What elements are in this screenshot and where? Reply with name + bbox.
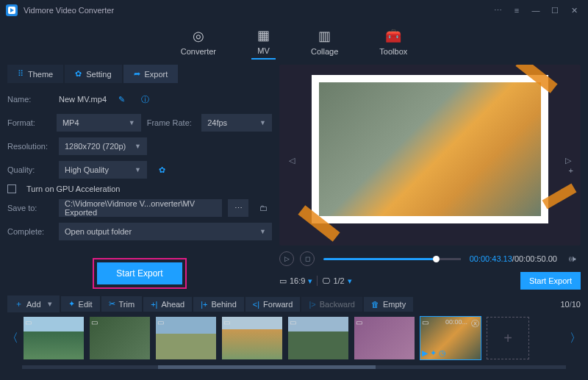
close-button[interactable]: ✕: [566, 2, 582, 18]
export-icon: ➦: [134, 69, 140, 79]
start-export-side-button[interactable]: Start Export: [520, 272, 581, 290]
start-export-button[interactable]: Start Export: [97, 262, 182, 284]
image-icon: ▭: [223, 318, 230, 326]
forward-button[interactable]: <|Forward: [245, 297, 301, 312]
tab-converter[interactable]: ◎ Converter: [175, 25, 222, 59]
counter-total: 10: [572, 300, 581, 309]
thumb-play-icon[interactable]: ▶: [422, 348, 428, 358]
clip-thumbnail-selected[interactable]: ▭ ⓧ 00:00... ▶✦◷: [420, 317, 481, 359]
image-icon: ▭: [356, 318, 362, 326]
thumb-prev-button[interactable]: 〈: [7, 331, 18, 346]
quality-settings-icon[interactable]: ✿: [153, 161, 171, 179]
gpu-checkbox[interactable]: [7, 184, 16, 193]
caret-icon: ▾: [348, 276, 352, 286]
preview-panel: ◁ ▷ + ▷ ◻ 00:00:43.13/00:00:50.00 🕪 ▭16:…: [279, 63, 588, 291]
time-display: 00:00:43.13/00:00:50.00: [470, 254, 557, 263]
app-title: Vidmore Video Converter: [24, 6, 487, 15]
wand-icon: ✦: [68, 299, 75, 309]
subtab-setting[interactable]: ✿Setting: [65, 65, 121, 83]
tab-toolbox[interactable]: 🧰 Toolbox: [373, 25, 413, 59]
quality-value: High Quality: [65, 165, 109, 174]
thumb-next-button[interactable]: 〉: [570, 331, 581, 346]
tab-collage[interactable]: ▥ Collage: [305, 25, 344, 59]
complete-label: Complete:: [7, 227, 53, 236]
quality-label: Quality:: [7, 165, 53, 174]
aspect-value: 16:9: [290, 276, 305, 285]
thumb-scrollbar[interactable]: [22, 365, 566, 369]
saveto-field[interactable]: C:\Vidmore\Vidmore V...onverter\MV Expor…: [59, 199, 222, 217]
menu-icon[interactable]: ≡: [509, 2, 525, 18]
clip-thumbnail[interactable]: ▭: [222, 317, 282, 359]
minimize-button[interactable]: —: [528, 2, 544, 18]
subtab-label: Theme: [28, 70, 53, 79]
preview-prev-button[interactable]: ◁: [287, 155, 297, 165]
play-button[interactable]: ▷: [279, 251, 294, 266]
clip-thumbnail[interactable]: ▭: [24, 317, 84, 359]
open-folder-icon[interactable]: 🗀: [254, 199, 272, 217]
clip-counter: 10/10: [560, 300, 581, 309]
gpu-label: Turn on GPU Acceleration: [26, 184, 120, 193]
add-clip-placeholder[interactable]: +: [487, 317, 529, 359]
add-button[interactable]: ＋Add▾: [7, 295, 60, 312]
framerate-select[interactable]: 24fps▼: [201, 114, 272, 132]
thumb-edit-icon[interactable]: ✦: [430, 348, 437, 358]
seek-thumb[interactable]: [433, 256, 440, 262]
preview-next-button[interactable]: ▷: [563, 155, 573, 165]
empty-button[interactable]: 🗑Empty: [364, 297, 413, 312]
collage-icon: ▥: [318, 28, 331, 44]
thumb-time: 00:00...: [445, 318, 467, 326]
ahead-icon: +|: [151, 300, 157, 309]
row-name: Name: New MV.mp4 ✎ ⓘ: [7, 90, 272, 108]
complete-value: Open output folder: [65, 227, 132, 236]
thumb-time-icon[interactable]: ◷: [439, 348, 446, 358]
maximize-button[interactable]: ☐: [547, 2, 563, 18]
format-value: MP4: [62, 118, 79, 127]
quality-select[interactable]: High Quality▼: [59, 161, 147, 179]
screen-icon: 🖵: [322, 276, 330, 285]
stop-button[interactable]: ◻: [300, 251, 315, 266]
clip-thumbnail[interactable]: ▭: [156, 317, 216, 359]
btn-label: Backward: [320, 300, 355, 309]
saveto-label: Save to:: [7, 204, 53, 212]
preview-add-button[interactable]: +: [569, 166, 573, 175]
ahead-button[interactable]: +|Ahead: [143, 297, 192, 312]
zoom-select[interactable]: 🖵1/2▾: [322, 276, 351, 286]
edit-name-icon[interactable]: ✎: [112, 90, 130, 108]
feedback-icon[interactable]: ⋯: [490, 2, 506, 18]
behind-button[interactable]: |+Behind: [193, 297, 244, 312]
image-icon: ▭: [25, 318, 32, 326]
toolbox-icon: 🧰: [385, 28, 401, 44]
clip-thumbnail[interactable]: ▭: [354, 317, 415, 359]
gpu-row[interactable]: Turn on GPU Acceleration: [7, 184, 272, 193]
format-select[interactable]: MP4▼: [57, 114, 141, 132]
start-export-highlight: Start Export: [93, 258, 186, 289]
preview-frame: [312, 75, 548, 223]
subtab-export[interactable]: ➦Export: [123, 65, 179, 83]
tab-mv[interactable]: ▦ MV: [251, 24, 276, 60]
aspect-icon: ▭: [279, 276, 287, 286]
scrollbar-thumb[interactable]: [158, 365, 376, 369]
edit-button[interactable]: ✦Edit: [61, 296, 100, 312]
info-icon[interactable]: ⓘ: [136, 90, 154, 108]
clip-thumbnail[interactable]: ▭: [90, 317, 150, 359]
aspect-ratio-select[interactable]: ▭16:9▾: [279, 276, 312, 286]
clip-toolbar: ＋Add▾ ✦Edit ✂Trim +|Ahead |+Behind <|For…: [0, 291, 588, 317]
backward-button[interactable]: |>Backward: [301, 297, 362, 312]
complete-select[interactable]: Open output folder▼: [59, 223, 272, 240]
caret-icon: ▼: [129, 119, 135, 126]
trash-icon: 🗑: [371, 300, 379, 309]
zoom-value: 1/2: [333, 276, 344, 285]
volume-icon[interactable]: 🕪: [563, 250, 581, 268]
thumbnail-strip: 〈 ▭ ▭ ▭ ▭ ▭ ▭ ▭ ⓧ 00:00... ▶✦◷ + 〉: [0, 317, 588, 364]
trim-button[interactable]: ✂Trim: [101, 296, 143, 312]
clip-thumbnail[interactable]: ▭: [288, 317, 348, 359]
subtab-theme[interactable]: ⠿Theme: [7, 65, 63, 83]
title-bar: Vidmore Video Converter ⋯ ≡ — ☐ ✕: [0, 0, 588, 21]
btn-label: Forward: [263, 300, 293, 309]
resolution-select[interactable]: 1280x720 (720p)▼: [59, 137, 147, 155]
export-panel: ⠿Theme ✿Setting ➦Export Name: New MV.mp4…: [0, 63, 279, 291]
seek-slider[interactable]: [323, 258, 461, 260]
btn-label: Empty: [383, 300, 406, 309]
saveto-more-button[interactable]: ⋯: [228, 199, 248, 217]
remove-clip-icon[interactable]: ⓧ: [471, 318, 479, 329]
